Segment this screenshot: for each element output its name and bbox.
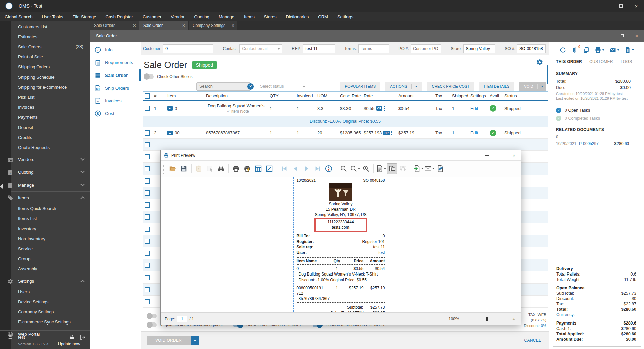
sidebar-item-company-settings[interactable]: Company Settings <box>0 307 90 317</box>
task-row[interactable]: ✓0 Open Tasks <box>556 108 644 113</box>
zoom-out-icon[interactable] <box>339 163 349 174</box>
cp-badge[interactable]: CP <box>376 106 383 111</box>
doc-close-icon[interactable]: × <box>629 30 644 42</box>
dialog-maximize-icon[interactable] <box>494 150 507 160</box>
orientation-icon[interactable] <box>387 163 397 174</box>
sidebar-item-payments[interactable]: Payments <box>0 112 90 122</box>
minimize-icon[interactable] <box>598 0 613 12</box>
so-number-field[interactable] <box>517 44 546 53</box>
attachments-icon[interactable]: 0 <box>571 47 578 53</box>
related-document-row[interactable]: 10/20/2021 P-0005297 $280.60 <box>556 141 629 146</box>
row-checkbox[interactable] <box>145 251 150 256</box>
chevron-down-icon[interactable] <box>617 49 619 51</box>
nav-first-icon[interactable] <box>279 163 289 174</box>
zoom-out-control[interactable]: − <box>462 316 465 322</box>
store-field[interactable] <box>463 44 495 53</box>
panel-tab-this-order[interactable]: THIS ORDER <box>556 59 582 65</box>
search-input[interactable] <box>196 82 251 91</box>
cancel-button[interactable]: CANCEL <box>520 335 546 345</box>
void-order-button[interactable]: VOID ORDER <box>147 336 191 345</box>
sidebar-item-service[interactable]: Service <box>0 244 90 254</box>
panel-tab-customer[interactable]: CUSTOMER <box>589 59 613 65</box>
menu-item-cash-register[interactable]: Cash Register <box>101 12 138 21</box>
row-checkbox[interactable] <box>145 166 150 171</box>
page-columns-icon[interactable] <box>253 163 263 174</box>
kebab-menu-icon[interactable] <box>391 131 392 135</box>
rep-field[interactable] <box>303 44 335 53</box>
row-label[interactable]: Currency: <box>556 312 575 317</box>
edit-link[interactable]: Edit <box>470 130 478 135</box>
row-checkbox[interactable] <box>145 227 150 232</box>
close-icon[interactable]: × <box>232 23 234 28</box>
nav-item-cost[interactable]: $Cost <box>90 107 141 120</box>
export-icon[interactable] <box>413 163 423 174</box>
update-now-link[interactable]: Update now <box>58 342 80 346</box>
menu-item-global-search[interactable]: Global Search <box>0 12 37 21</box>
menu-item-dictionaries[interactable]: Dictionaries <box>281 12 313 21</box>
customer-field[interactable] <box>163 44 213 53</box>
tab-company-settings[interactable]: Company Settings× <box>189 21 237 30</box>
vertical-scrollbar[interactable] <box>547 65 548 84</box>
sidebar-item-invoices[interactable]: Invoices <box>0 102 90 112</box>
table-row[interactable]: 1 0 Dog Bulldog Squad Women's...✓ Item N… <box>143 101 548 116</box>
sidebar-item-deposit[interactable]: Deposit <box>0 122 90 132</box>
doc-restore-icon[interactable] <box>614 30 629 42</box>
row-checkbox[interactable] <box>145 214 150 220</box>
menu-item-manage[interactable]: Manage <box>214 12 239 21</box>
row-checkbox[interactable] <box>145 202 150 208</box>
sidebar-item-settings[interactable]: Settings <box>0 276 90 287</box>
zoom-icon[interactable] <box>350 163 360 174</box>
menu-item-crm[interactable]: CRM <box>313 12 333 21</box>
print-icon[interactable] <box>595 47 601 53</box>
close-icon[interactable]: × <box>133 23 136 28</box>
table-row[interactable]: 2 00 85767867867867 1 1 20 $1285.965 $25… <box>143 127 548 139</box>
compass-icon[interactable] <box>324 163 334 174</box>
row-checkbox[interactable] <box>145 299 150 304</box>
menu-item-user-tasks[interactable]: User Tasks <box>37 12 68 21</box>
row-checkbox[interactable] <box>145 154 150 159</box>
folder-open-icon[interactable] <box>168 163 178 174</box>
panel-tab-logs[interactable]: LOGS <box>621 59 632 65</box>
document-icon[interactable] <box>624 47 631 53</box>
sidebar-item-quote-requests[interactable]: Quote Requests <box>0 142 90 152</box>
sidebar-item-inventory[interactable]: Inventory <box>0 223 90 234</box>
row-checkbox[interactable] <box>145 106 150 111</box>
nav-next-icon[interactable] <box>302 163 312 174</box>
task-row[interactable]: ✓0 Completed Tasks <box>556 116 644 121</box>
sidebar-item-device-settings[interactable]: Device Settings <box>0 297 90 307</box>
printer-icon[interactable] <box>231 163 241 174</box>
sidebar-item-quoting[interactable]: ?Quoting <box>0 167 90 178</box>
row-checkbox[interactable] <box>145 142 150 147</box>
nav-last-icon[interactable] <box>313 163 323 174</box>
sidebar-item-sale-orders[interactable]: Sale Orders(23) <box>0 42 90 52</box>
sidebar-item-pick-list[interactable]: Pick List <box>0 92 90 102</box>
maximize-icon[interactable] <box>613 0 629 12</box>
page-number-input[interactable] <box>177 316 187 322</box>
tab-sale-order[interactable]: Sale Order× <box>139 21 188 30</box>
menu-item-quoting[interactable]: Quoting <box>189 12 214 21</box>
email-icon[interactable] <box>609 47 616 53</box>
gear-icon[interactable] <box>536 59 543 66</box>
row-checkbox[interactable] <box>145 275 150 280</box>
void-button[interactable]: VOID <box>519 82 546 91</box>
menu-item-stores[interactable]: Stores <box>259 12 281 21</box>
edit-link[interactable]: Edit <box>470 106 478 111</box>
menu-item-items[interactable]: Items <box>239 12 259 21</box>
sidebar-item-items[interactable]: Items <box>0 192 90 203</box>
doc-minimize-icon[interactable] <box>600 30 614 42</box>
sidebar-item-items-quick-search[interactable]: Items Quick Search <box>0 203 90 213</box>
actions-button[interactable]: ACTIONS <box>385 82 422 91</box>
zoom-slider[interactable] <box>469 319 509 319</box>
sidebar-item-customers-list[interactable]: Customers List <box>0 21 90 32</box>
dialog-close-icon[interactable]: × <box>507 150 521 160</box>
related-doc-link[interactable]: P-0005297 <box>579 141 599 146</box>
sidebar-item-assembly[interactable]: Assembly <box>0 264 90 274</box>
receipt-page[interactable]: 10/20/2021 SO-0048158 Spring Valley 15 P… <box>293 177 388 312</box>
layaway-toggle[interactable] <box>147 314 157 318</box>
check-price-cost-button[interactable]: CHECK PRICE COST <box>427 82 474 91</box>
row-checkbox[interactable] <box>145 263 150 268</box>
zoom-in-icon[interactable] <box>361 163 371 174</box>
logout-icon[interactable] <box>79 334 85 340</box>
dialog-minimize-icon[interactable] <box>480 150 494 160</box>
binoculars-icon[interactable] <box>216 163 226 174</box>
